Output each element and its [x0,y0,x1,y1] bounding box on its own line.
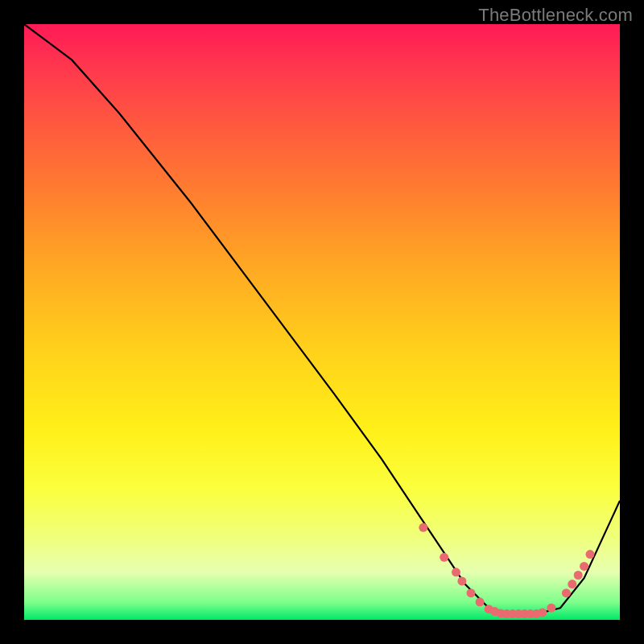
curve-marker [580,562,588,571]
curve-marker [476,597,485,606]
curve-markers [419,523,594,618]
curve-marker [586,550,595,559]
curve-marker [440,553,448,562]
curve-marker [568,580,576,588]
curve-marker [547,604,555,613]
curve-marker [562,588,571,597]
curve-marker [457,576,466,585]
watermark-text: TheBottleneck.com [478,5,633,26]
curve-marker [419,523,427,532]
chart-frame: TheBottleneck.com [0,0,644,644]
chart-svg [24,24,620,620]
curve-marker [467,588,476,597]
curve-marker [452,568,460,576]
bottleneck-curve-line [24,24,620,614]
curve-marker [574,571,583,580]
curve-marker [538,609,547,617]
plot-area [24,24,620,620]
